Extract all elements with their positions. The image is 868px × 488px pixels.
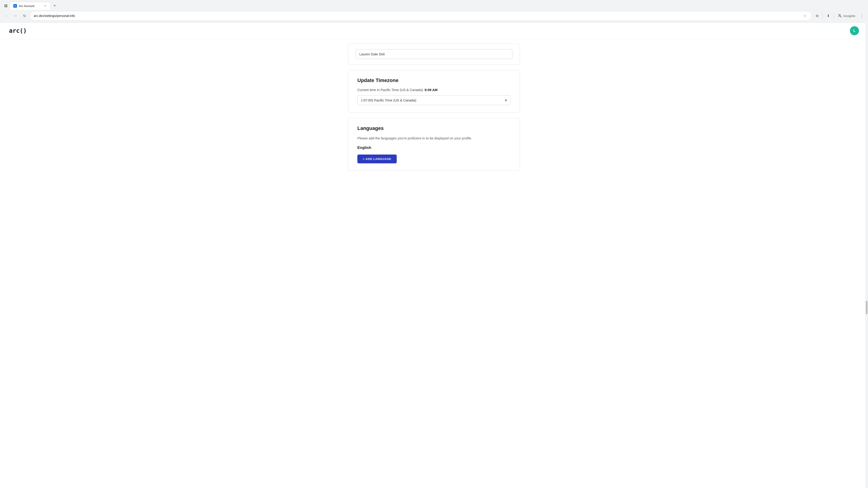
- main-content: Update Timezone Current time in Pacific …: [348, 39, 520, 190]
- top-nav: arc() L: [0, 23, 868, 39]
- bookmark-button[interactable]: ☆: [802, 13, 808, 19]
- partial-card: [348, 43, 520, 65]
- current-language: English: [358, 145, 510, 150]
- url-display: arc.dev/settings/personal-info: [34, 14, 800, 18]
- incognito-button[interactable]: Incognito: [836, 13, 857, 19]
- svg-rect-3: [6, 6, 7, 7]
- current-time-prefix: Current time in Pacific Time (US & Canad…: [358, 88, 424, 92]
- forward-button[interactable]: →: [12, 12, 19, 20]
- svg-rect-0: [4, 4, 6, 6]
- name-input[interactable]: [355, 49, 513, 59]
- page-wrapper: arc() L Update Timezone Current time in …: [0, 23, 868, 488]
- download-button[interactable]: ⬇: [825, 12, 832, 20]
- svg-rect-2: [4, 6, 6, 7]
- svg-rect-1: [6, 4, 7, 6]
- tab-close-button[interactable]: ×: [43, 4, 47, 8]
- extensions-button[interactable]: ⧉: [813, 12, 821, 20]
- timezone-select-wrapper: (-07:00) Pacific Time (US & Canada)(-05:…: [358, 95, 510, 105]
- address-bar[interactable]: arc.dev/settings/personal-info ☆: [30, 11, 812, 21]
- toolbar-divider-2: [834, 13, 834, 19]
- incognito-icon: [837, 13, 842, 18]
- scrollbar-thumb[interactable]: [866, 301, 868, 314]
- languages-card: Languages Please add the languages you'r…: [348, 118, 520, 171]
- scrollbar-track[interactable]: [865, 20, 868, 488]
- add-language-button[interactable]: + ADD LANGUAGE: [358, 155, 397, 163]
- current-time-text: Current time in Pacific Time (US & Canad…: [358, 88, 510, 92]
- user-avatar[interactable]: L: [850, 26, 859, 35]
- toolbar-right: ⧉ ⬇ Incognito ⋮: [813, 12, 865, 20]
- current-time-value: 8:09 AM: [425, 88, 438, 92]
- timezone-card: Update Timezone Current time in Pacific …: [348, 70, 520, 112]
- languages-description: Please add the languages you're proficie…: [358, 136, 510, 141]
- tab-list-button[interactable]: [3, 3, 9, 9]
- svg-line-5: [838, 14, 842, 18]
- tab-label: Arc Account: [19, 4, 41, 8]
- incognito-label: Incognito: [843, 14, 855, 18]
- timezone-select[interactable]: (-07:00) Pacific Time (US & Canada)(-05:…: [358, 95, 510, 105]
- active-tab[interactable]: A Arc Account ×: [10, 2, 51, 10]
- more-button[interactable]: ⋮: [858, 12, 865, 20]
- site-logo: arc(): [9, 27, 27, 34]
- reload-button[interactable]: ↻: [21, 12, 28, 20]
- browser-chrome: A Arc Account × + ← → ↻ arc.dev/settings…: [0, 0, 868, 23]
- back-button[interactable]: ←: [3, 12, 10, 20]
- languages-title: Languages: [358, 125, 510, 131]
- tab-bar: A Arc Account × +: [0, 0, 868, 10]
- toolbar-divider: [823, 13, 823, 19]
- address-bar-icons: ☆: [802, 13, 808, 19]
- tab-favicon: A: [13, 4, 17, 8]
- address-bar-row: ← → ↻ arc.dev/settings/personal-info ☆ ⧉…: [0, 10, 868, 22]
- timezone-title: Update Timezone: [358, 77, 510, 84]
- svg-point-4: [839, 14, 841, 16]
- new-tab-button[interactable]: +: [52, 3, 58, 9]
